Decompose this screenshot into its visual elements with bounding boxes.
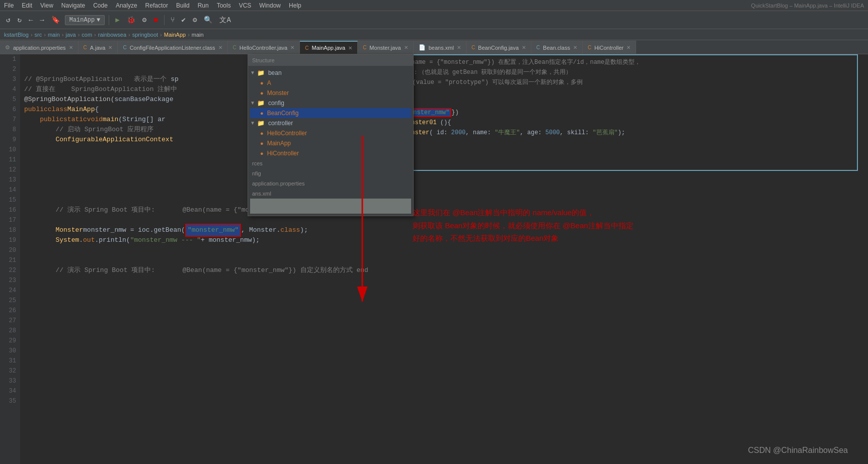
- tree-item-MainApp[interactable]: ● MainApp: [250, 138, 411, 148]
- git-icon[interactable]: ⑂: [169, 15, 177, 25]
- tree-item-appprops[interactable]: application.properties: [250, 178, 411, 189]
- tree-bottom-space: [250, 199, 411, 214]
- tab-close-configfile[interactable]: ✕: [218, 45, 222, 50]
- tree-item-config[interactable]: ▼ 📁 config: [250, 98, 411, 108]
- undo-icon[interactable]: ↺: [4, 15, 12, 25]
- line-num-20: 20: [0, 245, 20, 255]
- tab-beanconfig[interactable]: C BeanConfig.java ✕: [466, 41, 531, 54]
- tab-icon-bean-class: C: [536, 45, 540, 50]
- tab-label-configfile: ConfigFileApplicationListener.class: [130, 45, 215, 51]
- watermark: CSDN @ChinaRainbowSea: [748, 446, 848, 455]
- folder-config-icon: 📁: [257, 98, 265, 108]
- line-num-5: 5: [0, 95, 20, 105]
- stop-button[interactable]: ■: [151, 15, 160, 25]
- build-icon[interactable]: ⚙: [140, 15, 148, 25]
- tab-close-icon[interactable]: ✕: [69, 45, 73, 50]
- menu-analyze[interactable]: Analyze: [116, 2, 137, 9]
- menu-window[interactable]: Window: [259, 2, 281, 9]
- menu-code[interactable]: Code: [93, 2, 108, 9]
- tab-hicontroller[interactable]: C HiController ✕: [583, 41, 636, 54]
- tab-hellocontroller[interactable]: C HelloController.java ✕: [228, 41, 300, 54]
- tab-application-properties[interactable]: ⚙ application.properties ✕: [0, 41, 78, 54]
- kw-public-7: public: [40, 115, 63, 125]
- breadcrumb-src[interactable]: src: [35, 32, 42, 38]
- menu-tools[interactable]: Tools: [217, 2, 231, 9]
- menu-edit[interactable]: Edit: [22, 2, 32, 9]
- bc-sep-7: ›: [160, 32, 162, 38]
- menu-build[interactable]: Build: [176, 2, 190, 9]
- tree-item-Monster[interactable]: ● Monster: [250, 88, 411, 98]
- bc-sep-5: ›: [94, 32, 96, 38]
- bookmark-icon[interactable]: 🔖: [49, 15, 62, 25]
- tree-label-HiController: HiController: [267, 148, 299, 158]
- search-everywhere-icon[interactable]: 🔍: [202, 15, 214, 25]
- breadcrumb-com[interactable]: com: [82, 32, 92, 38]
- tree-item-ansxml[interactable]: ans.xml: [250, 189, 411, 199]
- tab-beans-xml[interactable]: 📄 beans.xml ✕: [414, 41, 466, 54]
- back-icon[interactable]: ←: [27, 15, 35, 25]
- breadcrumb-springboot[interactable]: springboot: [132, 32, 158, 38]
- project-dropdown[interactable]: MainApp ▼: [65, 15, 105, 25]
- line-num-11: 11: [0, 155, 20, 165]
- tree-item-BeanConfig[interactable]: ● BeanConfig: [250, 108, 411, 118]
- folder-controller-icon: 📁: [257, 118, 265, 128]
- tab-close-bean-class[interactable]: ✕: [573, 45, 577, 50]
- menu-navigate[interactable]: Navigate: [61, 2, 85, 9]
- menu-help[interactable]: Help: [289, 2, 301, 9]
- tab-label-bean-class: Bean.class: [543, 45, 570, 51]
- line-num-15: 15: [0, 195, 20, 205]
- tab-close-beans[interactable]: ✕: [457, 45, 461, 50]
- translate-icon[interactable]: 文A: [217, 15, 232, 26]
- breadcrumb-project[interactable]: kstartBlog: [4, 32, 29, 38]
- tree-item-A[interactable]: ● A: [250, 78, 411, 88]
- redo-icon[interactable]: ↻: [15, 15, 23, 25]
- popup-header: Structure: [248, 55, 413, 66]
- tree-item-controller[interactable]: ▼ 📁 controller: [250, 118, 411, 128]
- bc-sep-1: ›: [31, 32, 33, 38]
- code-line-14: [24, 185, 864, 195]
- run-button[interactable]: ▶: [113, 15, 121, 25]
- bc-sep-4: ›: [78, 32, 80, 38]
- tab-icon-mainapp: C: [305, 45, 308, 51]
- tree-label-appprops: application.properties: [252, 178, 305, 189]
- tab-a-java[interactable]: C A.java ✕: [78, 41, 118, 54]
- java-icon-HelloController: ●: [260, 128, 264, 138]
- breadcrumb-rainbowsea[interactable]: rainbowsea: [98, 32, 126, 38]
- menu-vcs[interactable]: VCS: [239, 2, 252, 9]
- tree-item-bean[interactable]: ▼ 📁 bean: [250, 68, 411, 78]
- tab-mainapp[interactable]: C MainApp.java ✕: [300, 41, 358, 54]
- debug-button[interactable]: 🐞: [125, 15, 137, 25]
- tab-monster[interactable]: C Monster.java ✕: [358, 41, 414, 54]
- breadcrumb-java[interactable]: java: [65, 32, 75, 38]
- popup-header-text: Structure: [252, 57, 275, 63]
- tree-label-HelloController: HelloController: [267, 128, 307, 138]
- breadcrumb-main[interactable]: main: [48, 32, 60, 38]
- menu-view[interactable]: View: [40, 2, 53, 9]
- forward-icon[interactable]: →: [38, 15, 46, 25]
- tab-close-a[interactable]: ✕: [108, 45, 112, 50]
- tab-label-beans: beans.xml: [429, 45, 454, 51]
- line-num-23: 23: [0, 275, 20, 286]
- toolbar-separator-1: [109, 15, 109, 25]
- settings-icon[interactable]: ⚙: [191, 15, 199, 25]
- line-num-2: 2: [0, 64, 20, 74]
- bc-sep-3: ›: [62, 32, 64, 38]
- menu-refactor[interactable]: Refactor: [145, 2, 168, 9]
- tab-close-beanconfig[interactable]: ✕: [522, 45, 526, 50]
- breadcrumb-mainapp[interactable]: MainApp: [164, 32, 186, 38]
- tab-close-monster[interactable]: ✕: [404, 45, 408, 50]
- tab-close-hicontroller[interactable]: ✕: [626, 45, 630, 50]
- menu-run[interactable]: Run: [198, 2, 209, 9]
- breadcrumb-main-method[interactable]: main: [192, 32, 204, 38]
- tab-bean-class[interactable]: C Bean.class ✕: [531, 41, 583, 54]
- tab-close-mainapp[interactable]: ✕: [348, 45, 352, 51]
- tree-item-HelloController[interactable]: ● HelloController: [250, 128, 411, 138]
- bc-sep-8: ›: [188, 32, 190, 38]
- popup-tree: ▼ 📁 bean ● A ● Monster ▼ 📁 config ● Bean…: [248, 66, 413, 216]
- title-bar-text: QuickStartBlog – MainApp.java – IntelliJ…: [751, 3, 864, 9]
- tab-close-hello[interactable]: ✕: [290, 45, 294, 50]
- commit-icon[interactable]: ✔: [180, 15, 188, 25]
- menu-file[interactable]: File: [4, 2, 14, 9]
- tab-configfileapplicationlistener[interactable]: C ConfigFileApplicationListener.class ✕: [118, 41, 227, 54]
- tree-item-HiController[interactable]: ● HiController: [250, 148, 411, 158]
